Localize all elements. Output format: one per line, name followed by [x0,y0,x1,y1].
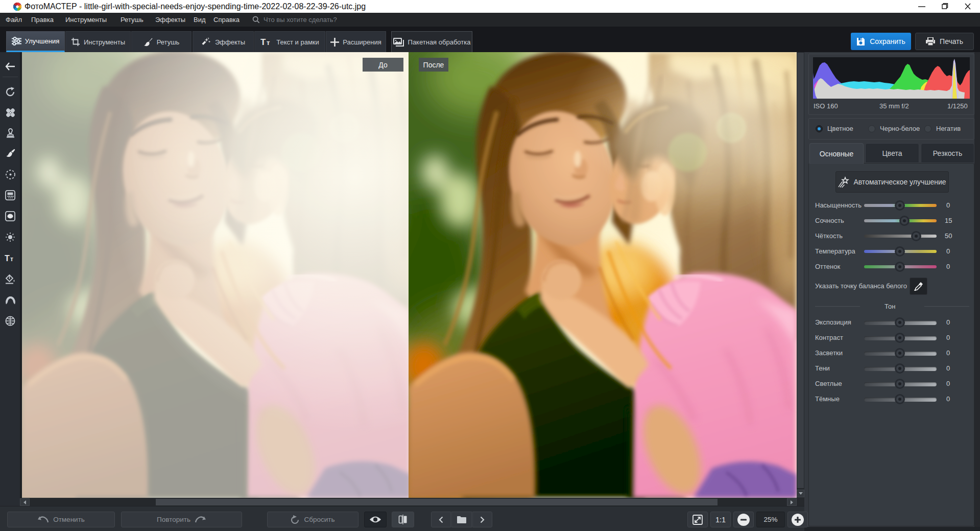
svg-text:т: т [10,256,13,262]
svg-text:T: T [5,254,10,262]
svg-text:т: т [267,39,270,46]
svg-text:T: T [260,38,266,46]
